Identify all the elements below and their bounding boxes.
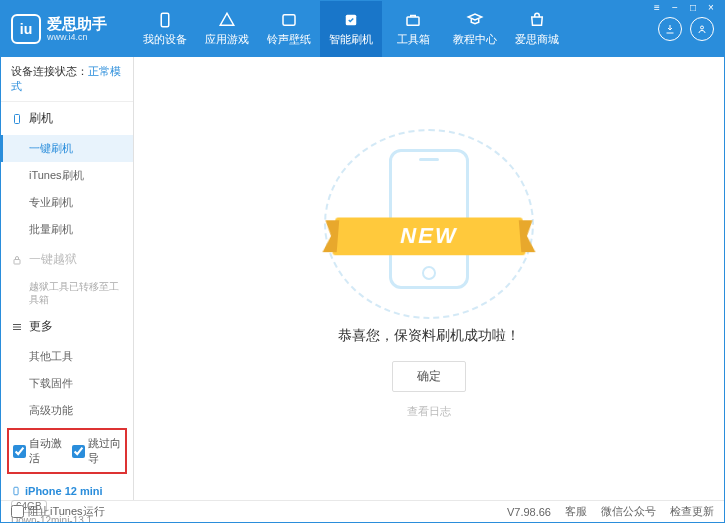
app-url: www.i4.cn [47,32,107,42]
svg-rect-6 [14,259,20,264]
success-message: 恭喜您，保资料刷机成功啦！ [338,327,520,345]
phone-icon [156,11,174,29]
apps-icon [218,11,236,29]
svg-rect-7 [14,487,18,495]
nav-label: 智能刷机 [329,32,373,47]
sidebar-section-jailbreak: 一键越狱 [1,243,133,276]
sidebar-item-itunes[interactable]: iTunes刷机 [1,162,133,189]
toolbox-icon [404,11,422,29]
device-name[interactable]: iPhone 12 mini [11,484,123,498]
service-link[interactable]: 客服 [565,504,587,519]
nav-tutorials[interactable]: 教程中心 [444,1,506,57]
nav-label: 教程中心 [453,32,497,47]
update-link[interactable]: 检查更新 [670,504,714,519]
nav-apps[interactable]: 应用游戏 [196,1,258,57]
tutorial-icon [466,11,484,29]
download-button[interactable] [658,17,682,41]
more-icon [11,321,23,333]
svg-point-4 [701,26,704,29]
nav-my-device[interactable]: 我的设备 [134,1,196,57]
jailbreak-note: 越狱工具已转移至工具箱 [1,276,133,310]
nav-label: 我的设备 [143,32,187,47]
auto-activate-checkbox[interactable]: 自动激活 [13,436,62,466]
top-nav: 我的设备 应用游戏 铃声壁纸 智能刷机 工具箱 教程中心 爱思商城 [134,1,658,57]
checkbox-label: 跳过向导 [88,436,121,466]
view-log-link[interactable]: 查看日志 [407,404,451,419]
lock-icon [11,254,23,266]
sidebar-item-advanced[interactable]: 高级功能 [1,397,133,424]
nav-label: 应用游戏 [205,32,249,47]
nav-label: 爱思商城 [515,32,559,47]
header-right [658,17,724,41]
connection-status: 设备连接状态：正常模式 [1,57,133,102]
new-ribbon: NEW [332,217,525,255]
section-title: 更多 [29,318,53,335]
header: iu 爱思助手 www.i4.cn 我的设备 应用游戏 铃声壁纸 智能刷机 工具… [1,1,724,57]
main-content: NEW 恭喜您，保资料刷机成功啦！ 确定 查看日志 [134,57,724,500]
user-button[interactable] [690,17,714,41]
checkbox-label: 阻止iTunes运行 [28,504,105,519]
sidebar-item-oneclick[interactable]: 一键刷机 [1,135,133,162]
confirm-button[interactable]: 确定 [392,361,466,392]
sidebar-item-pro[interactable]: 专业刷机 [1,189,133,216]
logo: iu 爱思助手 www.i4.cn [1,14,134,44]
wechat-link[interactable]: 微信公众号 [601,504,656,519]
svg-rect-1 [283,15,295,26]
sidebar-item-batch[interactable]: 批量刷机 [1,216,133,243]
section-title: 一键越狱 [29,251,77,268]
nav-ringtones[interactable]: 铃声壁纸 [258,1,320,57]
flash-icon [342,11,360,29]
sidebar: 设备连接状态：正常模式 刷机 一键刷机 iTunes刷机 专业刷机 批量刷机 一… [1,57,134,500]
sidebar-item-other[interactable]: 其他工具 [1,343,133,370]
sidebar-item-firmware[interactable]: 下载固件 [1,370,133,397]
checkbox-group: 自动激活 跳过向导 [7,428,127,474]
logo-icon: iu [11,14,41,44]
sidebar-section-flash[interactable]: 刷机 [1,102,133,135]
status-label: 设备连接状态： [11,65,88,77]
window-menu-icon[interactable]: ≡ [649,2,665,13]
store-icon [528,11,546,29]
section-title: 刷机 [29,110,53,127]
window-close-icon[interactable]: × [703,2,719,13]
svg-rect-5 [15,114,20,123]
app-name: 爱思助手 [47,16,107,33]
skip-guide-checkbox[interactable]: 跳过向导 [72,436,121,466]
window-minimize-icon[interactable]: − [667,2,683,13]
wallpaper-icon [280,11,298,29]
window-controls: ≡ − □ × [649,2,719,13]
phone-icon [11,113,23,125]
sidebar-section-more[interactable]: 更多 [1,310,133,343]
svg-rect-0 [161,13,169,27]
nav-label: 铃声壁纸 [267,32,311,47]
phone-icon [11,484,21,498]
nav-flash[interactable]: 智能刷机 [320,1,382,57]
nav-store[interactable]: 爱思商城 [506,1,568,57]
success-illustration: NEW [334,139,524,309]
nav-label: 工具箱 [397,32,430,47]
block-itunes-checkbox[interactable]: 阻止iTunes运行 [11,504,105,519]
checkbox-label: 自动激活 [29,436,62,466]
nav-toolbox[interactable]: 工具箱 [382,1,444,57]
svg-rect-3 [407,17,419,25]
version-text: V7.98.66 [507,506,551,518]
window-maximize-icon[interactable]: □ [685,2,701,13]
